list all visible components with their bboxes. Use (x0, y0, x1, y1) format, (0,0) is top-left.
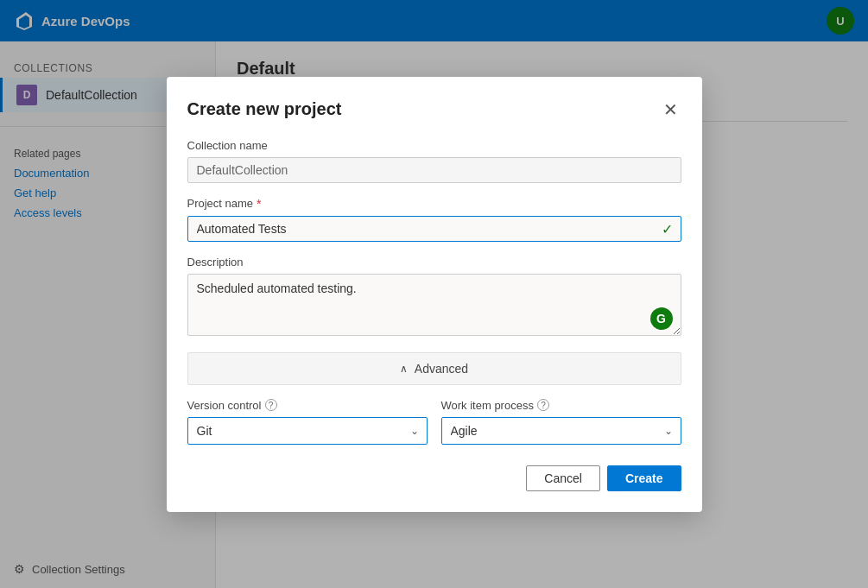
description-textarea-wrapper: G (187, 274, 681, 338)
project-name-input-wrapper: ✓ (187, 216, 681, 242)
collection-name-group: Collection name (187, 139, 681, 183)
advanced-toggle[interactable]: ∧ Advanced (187, 352, 681, 385)
project-name-field-label: Project name * (187, 197, 681, 211)
work-item-help-icon[interactable]: ? (537, 399, 549, 411)
description-textarea[interactable] (187, 274, 681, 336)
version-control-help-icon[interactable]: ? (265, 399, 277, 411)
required-indicator: * (257, 197, 261, 211)
create-button[interactable]: Create (607, 465, 681, 491)
checkmark-icon: ✓ (662, 220, 673, 237)
advanced-label: Advanced (415, 362, 468, 376)
create-project-modal: Create new project ✕ Collection name Pro… (167, 77, 702, 512)
version-control-field: Version control ? Git Team Foundation Ve… (187, 399, 428, 445)
ai-assist-icon[interactable]: G (650, 307, 673, 330)
version-control-select-wrapper: Git Team Foundation Version Control ⌄ (187, 417, 428, 445)
modal-title: Create new project (187, 99, 342, 119)
version-control-label: Version control ? (187, 399, 428, 412)
work-item-select-wrapper: Agile Scrum CMMI Basic ⌄ (441, 417, 681, 445)
project-name-input[interactable] (187, 216, 681, 242)
version-control-select[interactable]: Git Team Foundation Version Control (187, 417, 428, 445)
work-item-label: Work item process ? (441, 399, 681, 412)
work-item-select[interactable]: Agile Scrum CMMI Basic (441, 417, 681, 445)
modal-close-button[interactable]: ✕ (660, 98, 681, 122)
description-group: Description G (187, 256, 681, 338)
work-item-field: Work item process ? Agile Scrum CMMI Bas… (441, 399, 681, 445)
modal-footer: Cancel Create (187, 465, 681, 491)
modal-header: Create new project ✕ (187, 98, 681, 122)
collection-name-field-label: Collection name (187, 139, 681, 152)
advanced-fields: Version control ? Git Team Foundation Ve… (187, 399, 681, 445)
description-field-label: Description (187, 256, 681, 269)
project-name-group: Project name * ✓ (187, 197, 681, 242)
cancel-button[interactable]: Cancel (526, 465, 600, 491)
collection-name-input[interactable] (187, 157, 681, 183)
chevron-up-icon: ∧ (400, 363, 408, 375)
modal-overlay: Create new project ✕ Collection name Pro… (0, 0, 868, 588)
